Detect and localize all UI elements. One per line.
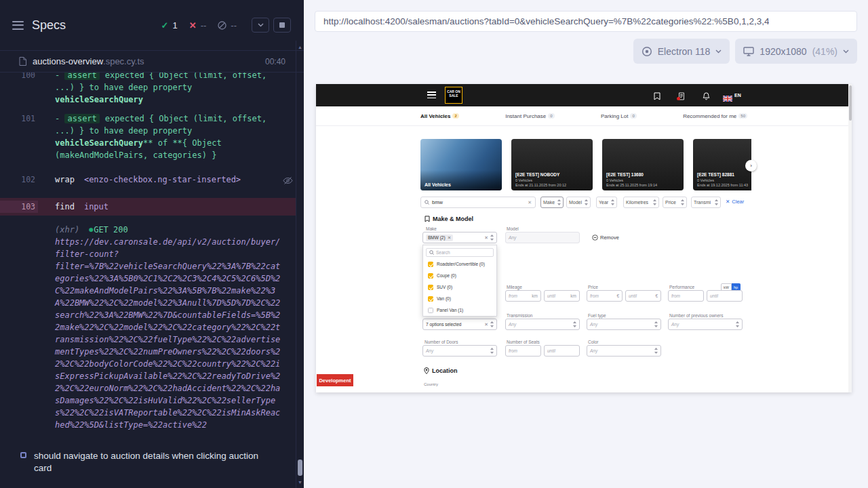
dropdown-search-input[interactable]: Search [426, 248, 494, 257]
xhr-status-dot: ● [89, 224, 93, 236]
log-command-find[interactable]: 103 findinput [0, 198, 296, 216]
input-placeholder: from [671, 293, 701, 298]
log-command-assert-101[interactable]: 101 - assertexpected { Object (limit, of… [0, 111, 296, 163]
select-placeholder: Any [509, 322, 573, 327]
transmission-select[interactable]: Any [505, 319, 580, 330]
line-number: 100 [0, 73, 38, 106]
carousel-next-button[interactable]: › [745, 160, 757, 171]
category-multiselect[interactable]: 7 options selected ✕ [422, 319, 497, 330]
app-scrollbar[interactable] [848, 84, 852, 392]
previous-owners-label: Number of previous owners [669, 313, 723, 318]
checkbox-checked-icon[interactable] [428, 273, 433, 279]
xhr-url-query: filter=%7B%22vehicleSearchQuery%22%3A%7B… [55, 260, 281, 431]
filter-pill-make[interactable]: Make [540, 197, 564, 208]
viewport-selector[interactable]: 1920x1080 (41%) [735, 39, 857, 64]
aut-url-bar[interactable]: http://localhost:4200/salesman/auctions?… [315, 11, 857, 32]
stop-button[interactable] [273, 18, 291, 33]
filter-pill-year[interactable]: Year [596, 197, 617, 208]
option-suv[interactable]: SUV (0) [423, 281, 496, 293]
chevron-down-icon [715, 49, 722, 54]
app-logo[interactable]: CAR ON SALE [445, 87, 462, 104]
line-number [0, 224, 38, 431]
log-command-wrap[interactable]: 102 wrap<enzo-checkbox.ng-star-inserted> [0, 172, 296, 187]
bell-icon[interactable] [703, 91, 710, 103]
tab-count-badge: 2 [452, 113, 458, 119]
vehicle-search-input[interactable]: bmw ✕ [420, 197, 536, 208]
scrollbar-thumb[interactable] [298, 460, 302, 476]
filter-pill-model[interactable]: Model [566, 197, 591, 208]
color-select[interactable]: Any [587, 345, 661, 357]
tab-label: All Vehicles [420, 113, 450, 119]
pending-test[interactable]: should navigate to auction details when … [0, 450, 296, 474]
make-dropdown: Search Roadster/Convertible (0) Coupe (0… [422, 245, 497, 317]
auction-card[interactable]: [E2E TEST] NOBODY 0 Vehicles Ends at 21.… [511, 139, 593, 190]
log-command-assert-100[interactable]: 100 - assertexpected { Object (limit, of… [0, 73, 296, 107]
tab-parking-lot[interactable]: Parking Lot 0 [601, 113, 637, 119]
filter-pill-transmission[interactable]: Transmi [691, 197, 721, 208]
reporter-scrollbar[interactable]: ▲ ▼ [296, 41, 304, 488]
model-select[interactable]: Any [505, 232, 580, 243]
app-menu-icon[interactable] [427, 92, 436, 98]
mileage-until-input[interactable]: untilkm [544, 290, 580, 302]
clear-filters-button[interactable]: ✕Clear [726, 199, 744, 205]
spec-row[interactable]: auctions-overview.spec.cy.ts 00:40 [0, 50, 304, 73]
seats-from-input[interactable]: from [505, 345, 541, 357]
remove-make-button[interactable]: Remove [592, 235, 619, 241]
price-until-input[interactable]: until€ [625, 290, 661, 302]
input-placeholder: until [629, 293, 654, 298]
checkbox-unchecked-icon[interactable] [428, 308, 433, 313]
card-title: All Vehicles [425, 182, 451, 187]
price-from-input[interactable]: from€ [587, 290, 623, 302]
auction-card[interactable]: [E2E TEST] 13680 0 Vehicles Ends at 25.1… [602, 139, 684, 190]
search-icon [425, 200, 429, 205]
card-vehicle-count: 0 Vehicles [606, 178, 657, 183]
performance-until-input[interactable]: until [707, 290, 743, 302]
spec-duration: 00:40 [265, 57, 285, 66]
card-shade [420, 170, 502, 190]
option-coupe[interactable]: Coupe (0) [423, 270, 496, 281]
tab-recommended[interactable]: Recommended for me 50 [683, 113, 747, 119]
card-vehicle-count: 0 Vehicles [697, 178, 748, 183]
doors-select[interactable]: Any [422, 345, 497, 357]
app-scrollbar-thumb[interactable] [849, 85, 852, 121]
performance-from-input[interactable]: from [668, 290, 704, 302]
clear-icon[interactable]: ✕ [484, 322, 488, 327]
filter-pill-kilometres[interactable]: Kilometres [623, 197, 659, 208]
stepper-icon [557, 199, 561, 205]
filter-pill-price[interactable]: Price [663, 197, 687, 208]
xhr-status: GET 200 [94, 224, 128, 236]
browser-selector[interactable]: Electron 118 [633, 39, 730, 64]
input-placeholder: until [547, 348, 576, 353]
fuel-type-select[interactable]: Any [587, 319, 661, 330]
scroll-down-icon[interactable]: ▼ [296, 479, 304, 486]
checkbox-checked-icon[interactable] [428, 262, 433, 267]
mileage-from-input[interactable]: fromkm [505, 290, 541, 302]
option-panel-van[interactable]: Panel Van (1) [423, 304, 496, 316]
clear-icon[interactable]: ✕ [484, 235, 488, 241]
option-roadster[interactable]: Roadster/Convertible (0) [423, 258, 496, 270]
auction-card[interactable]: [E2E TEST] 82881 0 Vehicles Ends at 19.1… [693, 139, 751, 190]
tab-instant-purchase[interactable]: Instant Purchase 0 [505, 113, 554, 119]
make-label: Make [426, 226, 437, 231]
list-dash: - [55, 73, 64, 80]
language-flag-icon[interactable] [723, 92, 732, 104]
pill-label: Year [599, 200, 608, 205]
tab-all-vehicles[interactable]: All Vehicles 2 [420, 113, 459, 119]
chip-remove-icon[interactable]: ✕ [448, 235, 451, 241]
specs-menu-icon[interactable] [12, 21, 24, 30]
scroll-up-icon[interactable]: ▲ [296, 44, 304, 51]
log-xhr-entry[interactable]: (xhr)●GET 200 https://dev.caronsale.de/a… [0, 222, 296, 432]
auction-card-all-vehicles[interactable]: All Vehicles [420, 139, 502, 190]
checkbox-checked-icon[interactable] [428, 296, 433, 302]
option-van[interactable]: Van (0) [423, 293, 496, 304]
collapse-button[interactable] [252, 18, 269, 33]
previous-owners-select[interactable]: Any [668, 319, 743, 330]
checkbox-checked-icon[interactable] [428, 285, 433, 290]
xhr-label: (xhr) [55, 224, 79, 236]
tab-label: Parking Lot [601, 113, 628, 119]
clear-search-icon[interactable]: ✕ [528, 200, 532, 205]
bookmark-icon[interactable] [654, 91, 660, 103]
seats-until-input[interactable]: until [544, 345, 580, 357]
language-label[interactable]: EN [734, 93, 741, 98]
make-multiselect[interactable]: BMW (2)✕ ✕ [422, 232, 497, 243]
